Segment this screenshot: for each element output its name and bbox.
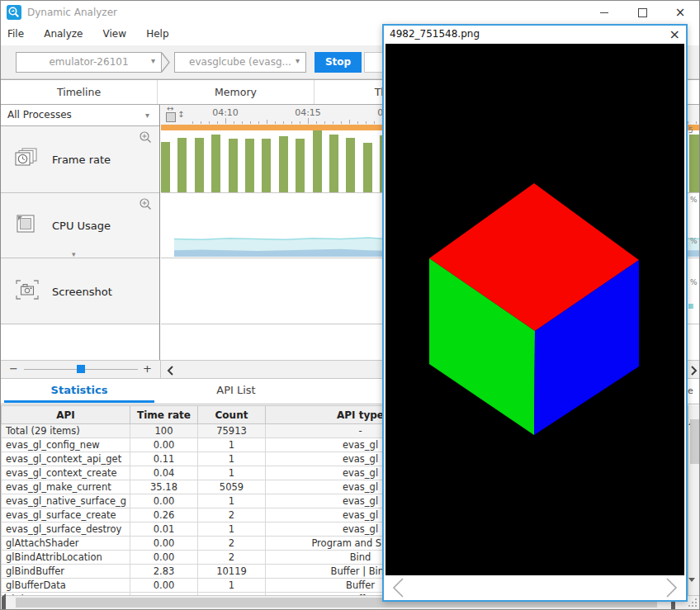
ruler-tick: [324, 121, 325, 124]
frame-rate-bar: [211, 135, 220, 192]
ruler-tick: [696, 121, 697, 124]
axis-percent-label: %: [690, 237, 698, 245]
ruler-tick: [217, 121, 218, 124]
table-cell: 0.01: [130, 523, 198, 537]
table-cell: 10119: [198, 565, 266, 579]
ruler-tick: [688, 121, 688, 124]
tab-statistics[interactable]: Statistics: [1, 379, 158, 402]
menu-file[interactable]: File: [7, 24, 24, 45]
screenshot-icon: [14, 278, 40, 305]
scroll-left-arrow[interactable]: [2, 597, 15, 608]
application-dropdown[interactable]: evasglcube (evasg... ▾: [174, 52, 306, 73]
chevron-down-icon: ▾: [296, 52, 300, 70]
ruler-tick: [291, 121, 292, 124]
process-filter-value: All Processes: [7, 109, 72, 121]
frame-rate-label: Frame rate: [52, 154, 111, 166]
cpu-usage-row-header[interactable]: CPU Usage ▾: [1, 193, 159, 258]
ruler-label: 04:10: [209, 107, 242, 118]
table-cell: glBindBuffer: [2, 565, 130, 579]
ruler-tick: [192, 121, 193, 124]
ruler-tick: [258, 121, 259, 124]
table-cell: 1: [198, 579, 266, 593]
zoom-in-icon[interactable]: [139, 130, 153, 148]
column-header-api[interactable]: API: [2, 406, 130, 424]
window-title: Dynamic Analyzer: [27, 7, 117, 18]
close-button[interactable]: ×: [661, 1, 699, 24]
viewer-navigation: [384, 575, 686, 600]
minimize-button[interactable]: [585, 1, 623, 24]
viewer-close-button[interactable]: ×: [669, 26, 680, 44]
next-screenshot-button[interactable]: [665, 577, 679, 602]
table-cell: evas_gl_context_api_get: [2, 452, 130, 466]
tab-memory[interactable]: Memory: [158, 80, 315, 104]
tab-api-list[interactable]: API List: [158, 379, 315, 402]
triangle-left-icon: [2, 593, 6, 610]
ruler-tick: [341, 121, 342, 124]
maximize-button[interactable]: [623, 1, 661, 24]
device-dropdown-value: emulator-26101: [49, 56, 128, 68]
menu-view[interactable]: View: [103, 24, 126, 45]
menu-help[interactable]: Help: [146, 24, 168, 45]
active-tab-underline: [4, 400, 154, 403]
zoom-out-button[interactable]: −: [9, 362, 18, 375]
scroll-down-arrow[interactable]: [688, 582, 700, 595]
table-cell: 0.00: [130, 579, 198, 593]
vertical-arrows-icon: ↕: [177, 110, 184, 119]
axis-percent-label: %: [690, 196, 698, 204]
vertical-scrollbar-thumb[interactable]: [690, 419, 699, 464]
table-cell: glAttachShader: [2, 537, 130, 551]
screenshot-viewer-window: 4982_751548.png ×: [382, 24, 688, 602]
device-dropdown[interactable]: emulator-26101 ▾: [16, 52, 162, 73]
table-cell: evas_gl_context_create: [2, 466, 130, 480]
ruler-tick: [316, 121, 317, 124]
frame-rate-bar: [195, 138, 204, 192]
title-bar[interactable]: Dynamic Analyzer ×: [1, 1, 699, 24]
frame-rate-bar: [296, 139, 305, 192]
zoom-slider-thumb[interactable]: [77, 365, 85, 373]
viewer-title-bar[interactable]: 4982_751548.png ×: [384, 26, 686, 44]
table-cell: 35.18: [130, 480, 198, 494]
frame-rate-bar: [363, 143, 372, 192]
ruler-tick: [234, 121, 234, 124]
ruler-tick: [267, 120, 267, 124]
table-cell: 1: [198, 494, 266, 508]
frame-rate-bar: [245, 139, 254, 192]
screenshot-row-header[interactable]: Screenshot: [1, 258, 159, 324]
frame-rate-bar: [262, 139, 271, 192]
chevron-down-icon: ▾: [151, 52, 155, 70]
table-cell: glBufferData: [2, 579, 130, 593]
process-filter-dropdown[interactable]: All Processes ▾: [1, 105, 159, 126]
menu-analyze[interactable]: Analyze: [44, 24, 83, 45]
frame-rate-row-header[interactable]: Frame rate: [1, 126, 159, 193]
zoom-in-icon[interactable]: [139, 197, 153, 215]
table-cell: glBindAttribLocation: [2, 551, 130, 565]
minimize-icon: [600, 12, 608, 13]
tab-timeline[interactable]: Timeline: [1, 80, 158, 104]
cpu-usage-label: CPU Usage: [52, 220, 111, 232]
frame-rate-bar: [313, 130, 322, 192]
scroll-right-arrow[interactable]: [689, 364, 698, 380]
table-cell: 75913: [198, 424, 266, 438]
column-header-time-rate[interactable]: Time rate: [130, 406, 198, 424]
timeline-left-panel: All Processes ▾ Frame rate: [1, 105, 160, 360]
table-vertical-scrollbar[interactable]: [688, 405, 700, 595]
collapse-arrow-icon[interactable]: ▾: [72, 251, 76, 258]
previous-screenshot-button[interactable]: [390, 577, 405, 602]
column-header-count[interactable]: Count: [198, 406, 266, 424]
scroll-up-arrow[interactable]: [688, 405, 700, 418]
screenshot-label: Screenshot: [52, 285, 112, 297]
axis-percent-label: %: [690, 278, 698, 286]
table-cell: 2: [198, 508, 266, 523]
range-selector-icon[interactable]: ↔ ↕: [165, 106, 187, 124]
stop-button[interactable]: Stop: [315, 52, 362, 73]
axis-label-fragment: 5: [688, 126, 693, 135]
table-cell: 0.04: [130, 466, 198, 480]
table-cell: 0.00: [130, 494, 198, 508]
resize-grip[interactable]: [688, 598, 697, 607]
zoom-in-button[interactable]: +: [143, 362, 152, 375]
ruler-tick: [209, 121, 210, 124]
ruler-tick: [283, 121, 284, 124]
scroll-left-arrow[interactable]: [166, 364, 175, 380]
ruler-tick: [357, 121, 358, 124]
app-logo-icon: [7, 5, 21, 20]
